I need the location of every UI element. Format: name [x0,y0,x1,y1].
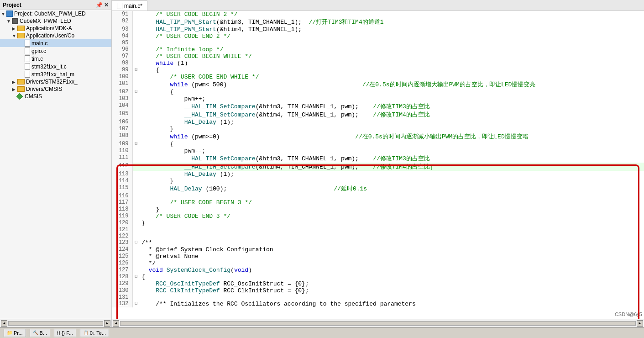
code-content[interactable]: /* Infinite loop */ [140,46,644,53]
table-row: 128⊟{ [112,274,644,280]
code-content[interactable]: /** [140,239,644,246]
sidebar-item-tim-c[interactable]: tim.c [0,55,111,63]
pin-icon[interactable]: 📌 [96,2,103,8]
sidebar-item-target[interactable]: ▼ CubeMX_PWM_LED [0,17,111,25]
line-number: 124 [112,246,132,253]
code-content[interactable]: */ [140,260,644,267]
code-content[interactable]: RCC_ClkInitTypeDef RCC_ClkInitStruct = {… [140,287,644,294]
line-number: 95 [112,40,132,46]
code-content[interactable]: HAL_TIM_PWM_Start(&htim3, TIM_CHANNEL_1)… [140,18,644,26]
code-content[interactable]: HAL_Delay (100); //延时0.1s [140,185,644,193]
sidebar-item-drivers-cmsis[interactable]: ▶ Drivers/CMSIS [0,85,111,93]
code-content[interactable]: pwm++; [140,95,644,102]
fold-marker [132,163,140,171]
code-content[interactable]: } [140,126,644,132]
line-number: 113 [112,171,132,178]
code-content[interactable]: /** Initializes the RCC Oscillators acco… [140,301,644,307]
table-row: 120} [112,220,644,227]
fold-marker [132,267,140,274]
hscroll-track[interactable] [120,321,636,326]
cpu-icon [12,18,18,24]
tree-expand-arrow: ▼ [1,11,6,16]
tab-main-c[interactable]: main.c* [112,0,147,11]
sidebar-item-main-c[interactable]: main.c [0,39,111,47]
code-content[interactable]: while (1) [140,60,644,67]
code-editor[interactable]: 91 /* USER CODE BEGIN 2 */92 HAL_TIM_PWM… [112,11,644,319]
code-content[interactable]: { [140,67,644,74]
line-number: 99 [112,67,132,74]
code-content[interactable]: HAL_TIM_PWM_Start(&htim4, TIM_CHANNEL_1)… [140,26,644,33]
code-content[interactable] [140,233,644,239]
table-row: 99⊟ { [112,67,644,74]
bottom-tab-build[interactable]: 🔨 B... [30,329,51,337]
bottom-tab-templates-icon: 📋 [83,330,89,335]
fold-marker[interactable]: ⊟ [132,89,140,95]
code-content[interactable]: __HAL_TIM_SetCompare(&htim4, TIM_CHANNEL… [140,163,644,171]
code-content[interactable]: /* USER CODE BEGIN WHILE */ [140,53,644,60]
fold-marker [132,60,140,67]
scroll-right-arrow[interactable]: ▶ [104,320,110,327]
fold-marker [132,119,140,126]
sidebar-item-project-root[interactable]: ▼ Project: CubeMX_PWM_LED [0,10,111,17]
table-row: 127 void SystemClock_Config(void) [112,267,644,274]
fold-marker[interactable]: ⊟ [132,141,140,148]
line-number: 119 [112,213,132,220]
sidebar-item-app-user[interactable]: ▼ Application/User/Co [0,32,111,39]
code-content[interactable]: /* USER CODE END 3 */ [140,213,644,220]
code-content[interactable]: while (pwm>=0) //在0.5s的时间内逐渐减小输出PWM的占空比，… [140,132,644,141]
code-content[interactable]: { [140,141,644,148]
close-icon[interactable]: ✕ [104,2,109,8]
code-content[interactable]: * @retval None [140,253,644,260]
fold-marker [132,126,140,132]
code-content[interactable] [140,40,644,46]
code-content[interactable]: * @brief System Clock Configuration [140,246,644,253]
sidebar-item-stm32-it[interactable]: stm32f1xx_it.c [0,63,111,70]
code-content[interactable]: __HAL_TIM_SetCompare(&htim4, TIM_CHANNEL… [140,111,644,119]
code-content[interactable] [140,193,644,199]
code-content[interactable]: while (pwm< 500) //在0.5s的时间内逐渐增大输出PWM的占空… [140,80,644,89]
fold-marker[interactable]: ⊟ [132,301,140,307]
code-content[interactable]: __HAL_TIM_SetCompare(&htim3, TIM_CHANNEL… [140,154,644,163]
code-content[interactable]: HAL_Delay (1); [140,119,644,126]
fold-marker[interactable]: ⊟ [132,67,140,74]
scroll-left-btn[interactable]: ◀ [113,320,119,327]
table-row: 130 RCC_ClkInitTypeDef RCC_ClkInitStruct… [112,287,644,294]
code-content[interactable]: __HAL_TIM_SetCompare(&htim3, TIM_CHANNEL… [140,102,644,111]
diamond-icon [16,93,23,100]
sidebar-item-cmsis[interactable]: CMSIS [0,93,111,100]
sidebar-item-drivers-stm32[interactable]: ▶ Drivers/STM32F1xx_ [0,78,111,85]
sidebar-item-label: main.c [31,40,47,47]
fold-marker[interactable]: ⊟ [132,239,140,246]
code-content[interactable]: void SystemClock_Config(void) [140,267,644,274]
bottom-tab-project[interactable]: 📁 Pr... [4,329,26,337]
sidebar-item-stm32-hal[interactable]: stm32f1xx_hal_m [0,70,111,78]
code-content[interactable] [140,294,644,301]
code-content[interactable]: { [140,274,644,280]
sidebar-item-gpio-c[interactable]: gpio.c [0,47,111,55]
bottom-tab-functions[interactable]: {} {} F... [54,329,76,337]
code-content[interactable]: pwm--; [140,148,644,154]
fold-marker [132,171,140,178]
scrollbar-track[interactable] [8,321,103,326]
code-content[interactable]: /* USER CODE END WHILE */ [140,74,644,80]
code-content[interactable]: } [140,206,644,213]
horizontal-scrollbar[interactable]: ◀ ▶ [112,319,644,327]
code-content[interactable]: } [140,220,644,227]
tree-expand-arrow: ▶ [12,79,17,84]
code-content[interactable]: RCC_OscInitTypeDef RCC_OscInitStruct = {… [140,280,644,287]
code-content[interactable]: /* USER CODE BEGIN 2 */ [140,11,644,18]
scroll-right-btn[interactable]: ▶ [637,320,643,327]
code-content[interactable]: /* USER CODE BEGIN 3 */ [140,199,644,206]
table-row: 98 while (1) [112,60,644,67]
code-content[interactable]: HAL_Delay (1); [140,171,644,178]
code-content[interactable]: /* USER CODE END 2 */ [140,33,644,40]
sidebar-item-app-mdk[interactable]: ▶ Application/MDK-A [0,25,111,32]
code-content[interactable]: } [140,178,644,185]
code-content[interactable]: { [140,89,644,95]
bottom-tab-templates[interactable]: 📋 0↓ Te... [80,329,109,337]
code-content[interactable] [140,227,644,233]
scroll-left-arrow[interactable]: ◀ [1,320,7,327]
line-number: 109 [112,141,132,148]
watermark: CSDN@6y5 [615,312,642,317]
fold-marker[interactable]: ⊟ [132,274,140,280]
